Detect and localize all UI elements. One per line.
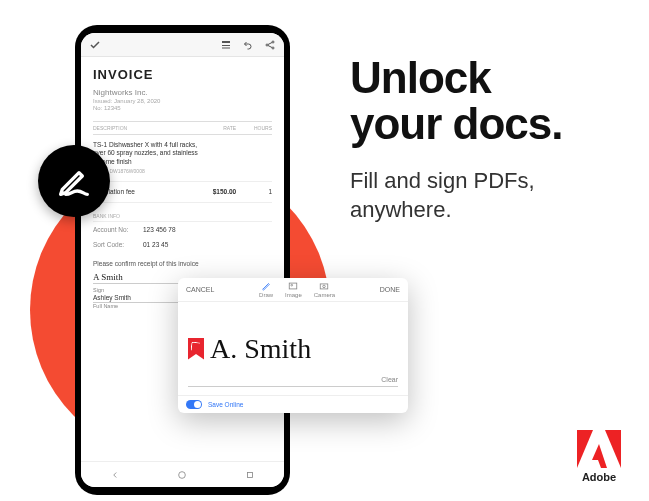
nav-back-icon[interactable]	[110, 470, 120, 480]
svg-point-8	[179, 471, 186, 478]
done-button[interactable]: DONE	[380, 286, 400, 293]
signature-canvas[interactable]: A. Smith Clear	[178, 302, 408, 395]
invoice-title: INVOICE	[93, 67, 272, 82]
bottom-nav	[81, 461, 284, 487]
subheadline: Fill and sign PDFs, anywhere.	[350, 167, 563, 224]
camera-tab[interactable]: Camera	[314, 281, 335, 298]
bank-sort: Sort Code:01 23 45	[93, 237, 272, 252]
adobe-logo-icon	[577, 430, 621, 468]
svg-rect-9	[248, 472, 253, 477]
clear-button[interactable]: Clear	[381, 376, 398, 383]
svg-rect-0	[222, 41, 230, 43]
adobe-bookmark-icon	[188, 338, 204, 360]
undo-icon[interactable]	[242, 39, 254, 51]
svg-rect-12	[321, 284, 329, 289]
svg-rect-1	[222, 45, 230, 46]
marketing-copy: Unlock your docs. Fill and sign PDFs, an…	[350, 55, 563, 225]
svg-point-5	[272, 47, 274, 49]
fullname-label: Full Name	[93, 303, 180, 309]
phone-frame: INVOICE Nightworks Inc. Issued: January …	[75, 25, 290, 495]
svg-point-13	[323, 285, 326, 288]
svg-point-11	[291, 284, 293, 286]
svg-point-3	[266, 44, 268, 46]
bank-account: Account No:123 456 78	[93, 222, 272, 237]
svg-rect-10	[290, 283, 298, 289]
items-header: DESCRIPTION RATE HOURS	[93, 121, 272, 135]
confirm-text: Please confirm receipt of this invoice	[93, 260, 272, 267]
cancel-button[interactable]: CANCEL	[186, 286, 214, 293]
headline: Unlock your docs.	[350, 55, 563, 147]
svg-line-6	[268, 42, 272, 44]
save-online-label: Save Online	[208, 401, 243, 408]
app-toolbar	[81, 33, 284, 57]
company-name: Nightworks Inc.	[93, 88, 272, 97]
line-item: Installation fee $150.00 1	[93, 182, 272, 203]
pen-badge-icon	[38, 145, 110, 217]
signature-value: A. Smith	[210, 333, 311, 365]
signature-panel: CANCEL Draw Image Camera DONE A. Smith C…	[178, 278, 408, 413]
phone-screen: INVOICE Nightworks Inc. Issued: January …	[81, 33, 284, 487]
signature-line	[188, 386, 398, 387]
nav-home-icon[interactable]	[177, 470, 187, 480]
name-field[interactable]: Ashley Smith	[93, 293, 180, 303]
done-check-icon[interactable]	[89, 39, 101, 51]
invoice-number: No: 12345	[93, 105, 272, 111]
adobe-wordmark: Adobe	[582, 471, 616, 483]
image-tab[interactable]: Image	[285, 281, 302, 298]
svg-rect-2	[222, 47, 230, 48]
share-icon[interactable]	[264, 39, 276, 51]
adobe-brand: Adobe	[577, 430, 621, 483]
bank-section-label: BANK INFO	[93, 213, 272, 222]
form-icon[interactable]	[220, 39, 232, 51]
issued-date: Issued: January 28, 2020	[93, 98, 272, 104]
nav-recent-icon[interactable]	[245, 470, 255, 480]
line-item: TS-1 Dishwasher X with 4 full racks, ove…	[93, 135, 272, 182]
svg-point-4	[272, 41, 274, 43]
svg-line-7	[268, 45, 272, 47]
draw-tab[interactable]: Draw	[259, 281, 273, 298]
save-online-toggle[interactable]	[186, 400, 202, 409]
